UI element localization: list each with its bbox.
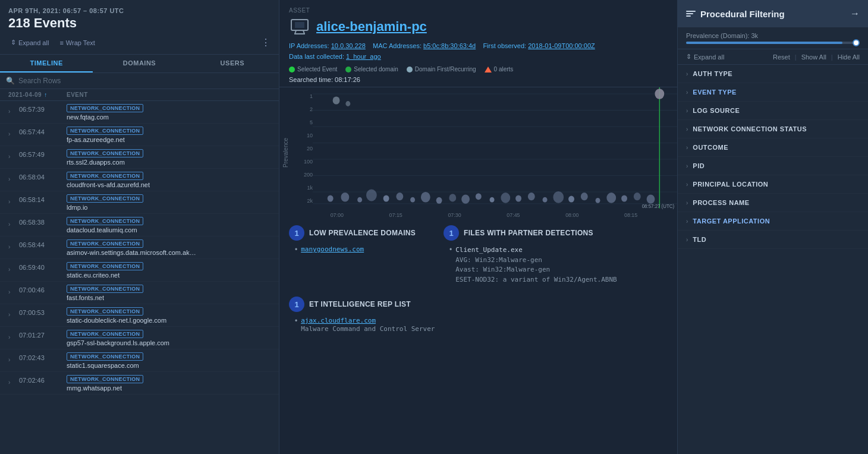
event-domain: static1.squarespace.com <box>67 362 221 369</box>
show-all-button[interactable]: Show All <box>801 53 826 61</box>
more-options-button[interactable]: ⋮ <box>261 37 271 48</box>
legend-alerts: 0 alerts <box>485 66 514 72</box>
insight-item: • manygoodnews.com <box>295 245 432 254</box>
list-item[interactable]: › 06:58:14 NETWORK_CONNECTION ldmp.io <box>0 191 279 214</box>
list-item[interactable]: › 06:57:39 NETWORK_CONNECTION new.fqtag.… <box>0 101 279 124</box>
tab-timeline[interactable]: TIMELINE <box>0 55 93 72</box>
search-input[interactable] <box>18 77 273 85</box>
filter-controls: Reset | Show All | Hide All <box>773 53 860 61</box>
row-chevron: › <box>8 153 14 160</box>
event-domain: fp-as.azureedge.net <box>67 136 221 143</box>
toolbar: ⇕ Expand all ≡ Wrap Text ⋮ <box>8 34 271 51</box>
data-collected: Data last collected: 1_hour_ago <box>289 53 668 60</box>
collapse-panel-button[interactable]: → <box>850 8 860 19</box>
insight-header: 1 LOW PREVALENCE DOMAINS <box>289 225 432 241</box>
event-time: 06:57:39 <box>19 103 62 113</box>
filter-item-label: PID <box>693 162 705 169</box>
data-collected-label: Data last collected: <box>289 53 344 60</box>
tabs: TIMELINE DOMAINS USERS <box>0 55 279 73</box>
insight-header: 1 FILES WITH PARTNER DETECTIONS <box>444 225 617 241</box>
filter-item[interactable]: › NETWORK CONNECTION STATUS <box>678 120 868 138</box>
insight-detections: AVG: Win32:Malware-genAvast: Win32:Malwa… <box>455 256 617 285</box>
event-content: NETWORK_CONNECTION cloudfront-vs-afd.azu… <box>67 171 274 188</box>
tab-users[interactable]: USERS <box>186 55 279 72</box>
filter-item[interactable]: › TARGET APPLICATION <box>678 212 868 231</box>
selected-event-dot <box>289 67 295 72</box>
insight-domain[interactable]: manygoodnews.com <box>301 245 364 253</box>
svg-point-21 <box>410 197 415 203</box>
svg-point-39 <box>647 194 655 203</box>
filter-item-chevron: › <box>686 181 688 188</box>
svg-point-23 <box>436 197 442 204</box>
selected-domain-dot <box>345 67 351 72</box>
event-time: 06:57:44 <box>19 126 62 135</box>
event-domain: rts.ssl2.duapps.com <box>67 159 221 166</box>
first-observed-label: First observed: <box>483 42 526 49</box>
asset-label: ASSET <box>289 7 668 14</box>
data-collected-time[interactable]: 1_hour_ago <box>346 53 381 60</box>
svg-point-36 <box>606 193 616 203</box>
asset-name[interactable]: alice-benjamin-pc <box>316 19 427 34</box>
row-chevron: › <box>8 176 14 182</box>
list-item[interactable]: › 06:57:44 NETWORK_CONNECTION fp-as.azur… <box>0 124 279 146</box>
svg-point-37 <box>621 196 627 202</box>
event-content: NETWORK_CONNECTION static1.squarespace.c… <box>67 352 274 369</box>
filter-item-chevron: › <box>686 144 688 151</box>
legend-row: Selected Event Selected domain Domain Fi… <box>289 64 668 76</box>
first-observed-value[interactable]: 2018-01-09T00:00:00Z <box>528 42 595 49</box>
expand-all-filter-button[interactable]: ⇕ Expand all <box>686 53 724 61</box>
event-time: 07:02:43 <box>19 352 62 361</box>
insight-header: 1 ET INTELLIGENCE REP LIST <box>289 297 435 312</box>
asset-header: ASSET alice-benjamin-pc IP Addresses: 10… <box>279 0 677 87</box>
prevalence-slider[interactable] <box>686 42 860 44</box>
svg-point-41 <box>345 101 350 106</box>
event-time: 07:02:46 <box>19 374 62 384</box>
searched-time-label: Searched time: <box>289 76 333 83</box>
chart-area: Prevalence 1 2 5 10 20 100 200 1k 2k <box>279 87 677 218</box>
list-item[interactable]: › 06:58:04 NETWORK_CONNECTION cloudfront… <box>0 169 279 191</box>
list-item[interactable]: › 07:02:43 NETWORK_CONNECTION static1.sq… <box>0 349 279 372</box>
computer-icon <box>289 16 310 37</box>
list-item[interactable]: › 06:58:44 NETWORK_CONNECTION asimov-win… <box>0 237 279 259</box>
prevalence-label: Prevalence (Domain): 3k <box>686 32 860 39</box>
filter-item[interactable]: › TLD <box>678 231 868 249</box>
svg-point-38 <box>634 193 641 200</box>
list-item[interactable]: › 07:00:53 NETWORK_CONNECTION static-dou… <box>0 304 279 327</box>
list-item[interactable]: › 07:00:46 NETWORK_CONNECTION fast.fonts… <box>0 282 279 304</box>
filter-item[interactable]: › PRINCIPAL LOCATION <box>678 175 868 194</box>
filter-item[interactable]: › LOG SOURCE <box>678 102 868 120</box>
list-item[interactable]: › 06:57:49 NETWORK_CONNECTION rts.ssl2.d… <box>0 146 279 169</box>
expand-all-button[interactable]: ⇕ Expand all <box>8 37 51 48</box>
list-item[interactable]: › 07:01:27 NETWORK_CONNECTION gsp57-ssl-… <box>0 327 279 349</box>
wrap-text-button[interactable]: ≡ Wrap Text <box>57 38 98 48</box>
reset-button[interactable]: Reset <box>773 53 790 61</box>
tab-domains[interactable]: DOMAINS <box>93 55 185 72</box>
domain-recurring-dot <box>407 67 413 72</box>
row-chevron: › <box>8 131 14 137</box>
filter-item[interactable]: › PROCESS NAME <box>678 194 868 212</box>
list-item[interactable]: › 06:59:40 NETWORK_CONNECTION static.eu.… <box>0 259 279 282</box>
filter-item[interactable]: › AUTH TYPE <box>678 65 868 83</box>
event-badge: NETWORK_CONNECTION <box>67 194 143 203</box>
row-chevron: › <box>8 221 14 228</box>
hide-all-button[interactable]: Hide All <box>838 53 860 61</box>
event-domain: static.eu.criteo.net <box>67 272 221 279</box>
ip-address[interactable]: 10.0.30.228 <box>331 42 366 49</box>
list-item[interactable]: › 07:02:46 NETWORK_CONNECTION mmg.whatsa… <box>0 372 279 395</box>
insight-domain[interactable]: ajax.cloudflare.com <box>301 317 435 324</box>
chart-y-label: Prevalence <box>279 87 291 218</box>
event-content: NETWORK_CONNECTION datacloud.tealiumiq.c… <box>67 216 274 234</box>
date-range: APR 9TH, 2021: 06:57 – 08:57 UTC <box>8 7 271 14</box>
filter-item[interactable]: › OUTCOME <box>678 138 868 157</box>
row-chevron: › <box>8 311 14 318</box>
filter-item[interactable]: › PID <box>678 157 868 175</box>
filter-item-label: PRINCIPAL LOCATION <box>693 181 768 188</box>
event-badge: NETWORK_CONNECTION <box>67 149 143 157</box>
svg-text:08:15: 08:15 <box>624 211 637 218</box>
mac-address[interactable]: b5:0c:8b:30:63:4d <box>423 42 476 49</box>
filter-item[interactable]: › EVENT TYPE <box>678 83 868 102</box>
list-item[interactable]: › 06:58:38 NETWORK_CONNECTION datacloud.… <box>0 214 279 237</box>
selected-event-label: Selected Event <box>297 66 337 72</box>
event-domain: ldmp.io <box>67 204 221 211</box>
alerts-label: 0 alerts <box>494 66 514 72</box>
